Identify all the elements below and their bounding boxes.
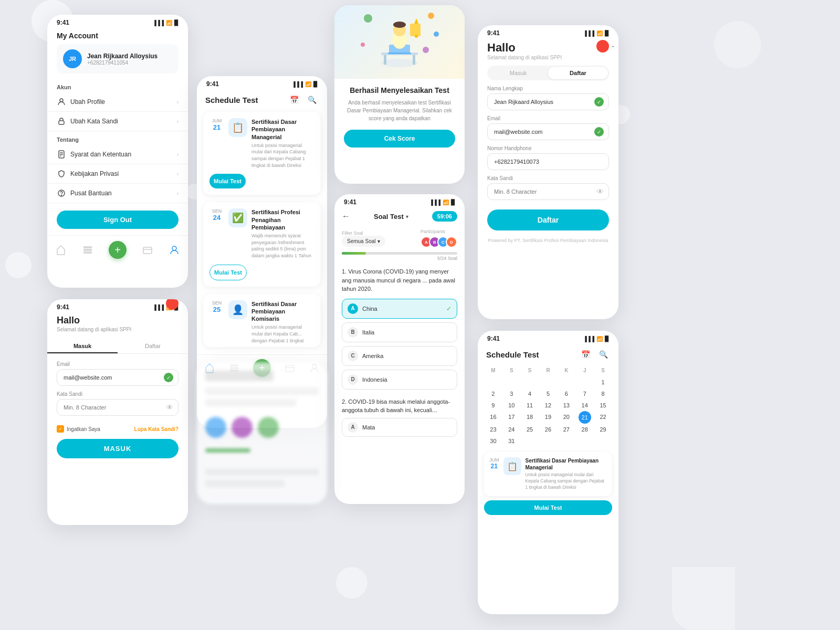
test-icon-3: 👤 xyxy=(228,300,247,319)
back-button-soal[interactable]: ← xyxy=(342,212,350,221)
cal-date-16[interactable]: 16 xyxy=(484,411,502,424)
cal-date-7[interactable]: 7 xyxy=(575,388,594,400)
status-bar-calendar: 9:41 ▐▐▐ 📶 ▉ xyxy=(478,331,618,344)
cal-date-17[interactable]: 17 xyxy=(502,411,521,424)
svg-point-21 xyxy=(428,13,434,19)
cal-date-14[interactable]: 14 xyxy=(575,400,594,411)
remember-checkbox[interactable]: ✓ xyxy=(57,425,64,433)
mulai-test-btn-2[interactable]: Mulai Test xyxy=(209,265,247,280)
nav-person-icon[interactable] xyxy=(168,244,181,256)
password-input-small[interactable] xyxy=(57,399,178,416)
chevron-icon-2: › xyxy=(177,119,178,124)
cal-date-5[interactable]: 5 xyxy=(539,388,558,400)
tab-masuk-small[interactable]: Masuk xyxy=(47,340,118,353)
email-input-small[interactable] xyxy=(57,369,178,386)
time-calendar: 9:41 xyxy=(487,335,500,342)
cal-date-21-today[interactable]: 21 xyxy=(579,411,591,424)
profile-icon xyxy=(57,97,66,107)
reg-tab-masuk[interactable]: Masuk xyxy=(488,67,548,79)
soal-dropdown-arrow[interactable]: ▾ xyxy=(406,214,408,219)
test-card-3: SEN 25 👤 Sertifikasi Dasar Pembiayaan Ko… xyxy=(203,294,321,348)
participants-label: Participants xyxy=(421,229,457,234)
cal-date-1[interactable]: 1 xyxy=(594,376,612,388)
cal-date-25[interactable]: 25 xyxy=(521,424,539,435)
chevron-icon-5: › xyxy=(177,191,178,196)
search-icon-btn[interactable]: 🔍 xyxy=(305,93,319,107)
option-d[interactable]: D Indonesia xyxy=(342,370,457,390)
reg-email-wrap: ✓ xyxy=(487,123,609,140)
account-header: My Account JR Jean Rijkaard Alloysius +6… xyxy=(47,28,188,79)
cal-date-19[interactable]: 19 xyxy=(539,411,558,424)
cal-date-24[interactable]: 24 xyxy=(502,424,521,435)
cal-date-18[interactable]: 18 xyxy=(521,411,539,424)
nav-card-icon[interactable] xyxy=(141,244,154,256)
cek-score-button[interactable]: Cek Score xyxy=(344,130,455,148)
user-phone: +6282179411054 xyxy=(87,60,158,66)
soal-title: Soal Test xyxy=(374,213,404,220)
option-text-d: Indonesia xyxy=(362,376,387,383)
wifi-icon-sch: 📶 xyxy=(305,81,311,87)
search-icon-cal[interactable]: 🔍 xyxy=(596,348,610,361)
cal-date-27[interactable]: 27 xyxy=(557,424,575,435)
decor-shape-1 xyxy=(672,567,735,630)
daftar-button[interactable]: Daftar xyxy=(487,209,609,230)
menu-item-password[interactable]: Ubah Kata Sandi › xyxy=(47,112,188,131)
tab-daftar-small[interactable]: Daftar xyxy=(118,340,188,353)
cal-date-26[interactable]: 26 xyxy=(539,424,558,435)
menu-item-profile[interactable]: Ubah Profile › xyxy=(47,92,188,112)
cal-date-23[interactable]: 23 xyxy=(484,424,502,435)
option-b[interactable]: B Italia xyxy=(342,322,457,342)
svg-point-36 xyxy=(415,35,418,38)
reg-phone-input[interactable] xyxy=(487,153,609,170)
cal-date-3[interactable]: 3 xyxy=(502,388,521,400)
cal-date-31[interactable]: 31 xyxy=(502,435,521,447)
cal-date-15[interactable]: 15 xyxy=(594,400,612,411)
cal-date-13[interactable]: 13 xyxy=(557,400,575,411)
cal-date-8[interactable]: 8 xyxy=(594,388,612,400)
svg-point-13 xyxy=(172,246,176,250)
status-bar-schedule: 9:41 ▐▐▐ 📶 ▉ xyxy=(197,76,327,90)
svg-rect-10 xyxy=(84,252,91,253)
cal-date-29[interactable]: 29 xyxy=(594,424,612,435)
cal-event-name: Sertifikasi Dasar Pembiayaan Managerial xyxy=(526,457,607,471)
option-2a[interactable]: A Mata xyxy=(342,418,457,437)
reg-nama-input[interactable] xyxy=(487,93,609,110)
option-a[interactable]: A China ✓ xyxy=(342,299,457,319)
cal-date-20[interactable]: 20 xyxy=(557,411,575,424)
menu-item-syarat[interactable]: Syarat dan Ketentuan › xyxy=(47,145,188,164)
forgot-link[interactable]: Lupa Kata Sandi? xyxy=(134,426,178,432)
nav-home-icon[interactable] xyxy=(55,244,67,256)
option-c[interactable]: C Amerika xyxy=(342,346,457,366)
cal-date-28[interactable]: 28 xyxy=(575,424,594,435)
menu-item-bantuan[interactable]: Pusat Bantuan › xyxy=(47,184,188,203)
account-title: My Account xyxy=(57,30,178,44)
masuk-button[interactable]: MASUK xyxy=(57,439,178,458)
cal-date-6[interactable]: 6 xyxy=(557,388,575,400)
menu-item-privasi[interactable]: Kebijakan Privasi › xyxy=(47,164,188,184)
cal-date-30[interactable]: 30 xyxy=(484,435,502,447)
cal-date-12[interactable]: 12 xyxy=(539,400,558,411)
reg-email-input[interactable] xyxy=(487,123,609,140)
test-desc-1: Untuk posisi managerial mulai dari Kepal… xyxy=(251,142,314,169)
filter-select[interactable]: Semua Soal ▾ xyxy=(342,236,385,247)
eye-icon-small[interactable]: 👁 xyxy=(166,403,173,412)
cal-date-10[interactable]: 10 xyxy=(502,400,521,411)
cal-date-22[interactable]: 22 xyxy=(594,411,612,424)
register-card: 9:41 ▐▐▐ 📶 ▉ Hallo Selamat datang di apl… xyxy=(478,25,618,319)
cal-date-2[interactable]: 2 xyxy=(484,388,502,400)
nav-list-icon[interactable] xyxy=(81,244,94,256)
calendar-icon-btn[interactable]: 📅 xyxy=(287,93,301,107)
battery-icon-sch: ▉ xyxy=(313,81,318,87)
cal-date-11[interactable]: 11 xyxy=(521,400,539,411)
mulai-test-btn-1[interactable]: Mulai Test xyxy=(209,174,246,188)
reg-eye-icon[interactable]: 👁 xyxy=(596,187,604,196)
completed-desc: Anda berhasil menyelesaikan test Sertifi… xyxy=(344,99,455,122)
cal-date-9[interactable]: 9 xyxy=(484,400,502,411)
cal-mulai-test-btn[interactable]: Mulai Test xyxy=(484,500,612,515)
reg-tab-daftar[interactable]: Daftar xyxy=(548,67,608,79)
cal-icon-btn[interactable]: 📅 xyxy=(579,348,592,361)
cal-date-4[interactable]: 4 xyxy=(521,388,539,400)
fab-add-button[interactable]: + xyxy=(109,241,127,259)
reg-password-input[interactable] xyxy=(487,183,609,200)
signout-button[interactable]: Sign Out xyxy=(57,211,178,229)
